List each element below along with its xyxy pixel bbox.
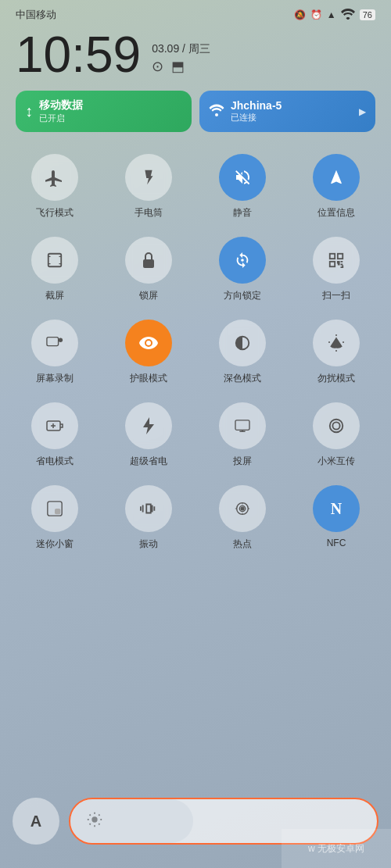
wifi-arrow-icon: ▶ (359, 106, 366, 117)
cast-label: 投屏 (233, 455, 252, 468)
airplane-control[interactable]: 飞行模式 (8, 145, 102, 227)
battery-save-label: 省电模式 (36, 455, 74, 468)
eye-care-control[interactable]: 护眼模式 (102, 310, 196, 393)
super-save-label: 超级省电 (130, 455, 167, 468)
mini-window-circle (31, 485, 78, 532)
mobile-data-toggle[interactable]: ↕ 移动数据 已开启 (16, 91, 192, 132)
svg-point-14 (241, 507, 244, 510)
edit-quick-icon[interactable]: ⬒ (171, 58, 185, 75)
svg-rect-7 (47, 338, 59, 346)
quick-toggles-row: ↕ 移动数据 已开启 Jhchina-5 已连接 ▶ (0, 91, 391, 145)
mobile-data-icon: ↕ (25, 102, 33, 120)
wifi-ssid: Jhchina-5 (231, 99, 282, 112)
eye-care-label: 护眼模式 (130, 372, 167, 385)
svg-point-3 (241, 259, 244, 262)
cast-circle (219, 402, 266, 449)
font-size-button[interactable]: A (13, 798, 59, 845)
screen-record-control[interactable]: 屏幕录制 (8, 310, 102, 393)
airplane-label: 飞行模式 (36, 206, 74, 220)
screenshot-control[interactable]: 截屏 (8, 227, 102, 310)
nfc-letter: N (331, 500, 342, 518)
dark-mode-circle (219, 320, 266, 366)
vibration-control[interactable]: 振动 (102, 476, 196, 559)
alarm-icon: ⏰ (310, 9, 322, 20)
rotation-control[interactable]: 方向锁定 (196, 227, 289, 310)
super-save-circle (125, 402, 172, 449)
xiaomi-share-label: 小米互传 (317, 455, 355, 468)
svg-rect-11 (235, 420, 249, 430)
mini-window-control[interactable]: 迷你小窗 (8, 476, 102, 559)
carrier-label: 中国移动 (16, 8, 56, 22)
screen-record-label: 屏幕录制 (36, 372, 74, 385)
camera-quick-icon[interactable]: ⊙ (152, 58, 163, 75)
nfc-circle: N (313, 485, 360, 532)
mini-window-label: 迷你小窗 (36, 538, 74, 551)
no-disturb-control[interactable]: 勿扰模式 (289, 310, 383, 393)
status-bar: 中国移动 🔕 ⏰ ▲ 76 (0, 0, 391, 27)
clock-display: 10:59 (16, 30, 141, 80)
mobile-data-text: 移动数据 已开启 (39, 98, 83, 124)
svg-rect-2 (143, 259, 154, 268)
wifi-status: 已连接 (231, 112, 282, 123)
svg-rect-13 (55, 509, 60, 514)
location-label: 位置信息 (317, 206, 355, 220)
hotspot-circle (219, 485, 266, 532)
no-disturb-circle (313, 320, 360, 366)
scan-circle (313, 237, 360, 284)
vibration-circle (125, 485, 172, 532)
lock-circle (125, 237, 172, 284)
flashlight-circle (125, 154, 172, 201)
date-label: 03.09 / 周三 (152, 42, 210, 56)
brightness-fill (70, 799, 193, 843)
date-info: 03.09 / 周三 ⊙ ⬒ (152, 42, 210, 80)
svg-rect-4 (330, 254, 335, 259)
font-size-label: A (30, 813, 41, 830)
nfc-control[interactable]: N NFC (289, 476, 383, 559)
mute-control[interactable]: 静音 (196, 145, 289, 227)
mobile-data-title: 移动数据 (39, 98, 83, 113)
screen-record-circle (31, 320, 78, 366)
quick-action-icons: ⊙ ⬒ (152, 58, 210, 75)
svg-rect-5 (338, 254, 343, 259)
flashlight-label: 手电筒 (135, 206, 163, 220)
wifi-toggle-icon (209, 102, 224, 120)
location-circle (313, 154, 360, 201)
dark-mode-label: 深色模式 (224, 372, 261, 385)
eye-care-circle (125, 320, 172, 366)
cast-control[interactable]: 投屏 (196, 393, 289, 476)
mute-icon: 🔕 (294, 9, 306, 20)
status-icons: 🔕 ⏰ ▲ 76 (294, 9, 375, 22)
rotation-circle (219, 237, 266, 284)
no-disturb-label: 勿扰模式 (317, 372, 355, 385)
mobile-data-sub: 已开启 (39, 113, 83, 124)
battery-save-control[interactable]: 省电模式 (8, 393, 102, 476)
control-grid: 飞行模式 手电筒 静音 位置信息 截屏 锁屏 方向锁定 (0, 145, 391, 559)
mute-circle (219, 154, 266, 201)
mute-label: 静音 (233, 206, 252, 220)
hotspot-label: 热点 (233, 538, 252, 551)
battery-save-circle (31, 402, 78, 449)
location-control[interactable]: 位置信息 (289, 145, 383, 227)
nfc-label: NFC (327, 538, 346, 548)
watermark: w 无极安卓网 (282, 829, 391, 868)
dark-mode-control[interactable]: 深色模式 (196, 310, 289, 393)
battery-icon: 76 (360, 9, 375, 20)
screenshot-circle (31, 237, 78, 284)
rotation-label: 方向锁定 (224, 289, 261, 302)
lock-label: 锁屏 (139, 289, 158, 302)
flashlight-control[interactable]: 手电筒 (102, 145, 196, 227)
wifi-toggle[interactable]: Jhchina-5 已连接 ▶ (199, 91, 375, 132)
super-save-control[interactable]: 超级省电 (102, 393, 196, 476)
xiaomi-share-control[interactable]: 小米互传 (289, 393, 383, 476)
hotspot-control[interactable]: 热点 (196, 476, 289, 559)
lock-control[interactable]: 锁屏 (102, 227, 196, 310)
signal-icon: ▲ (327, 9, 336, 20)
xiaomi-share-circle (313, 402, 360, 449)
vibration-label: 振动 (139, 538, 158, 551)
scan-control[interactable]: 扫一扫 (289, 227, 383, 310)
time-area: 10:59 03.09 / 周三 ⊙ ⬒ (0, 27, 391, 91)
wifi-toggle-text: Jhchina-5 已连接 (231, 99, 282, 123)
svg-rect-6 (330, 262, 335, 266)
watermark-text: w 无极安卓网 (308, 842, 364, 855)
screenshot-label: 截屏 (45, 289, 64, 302)
